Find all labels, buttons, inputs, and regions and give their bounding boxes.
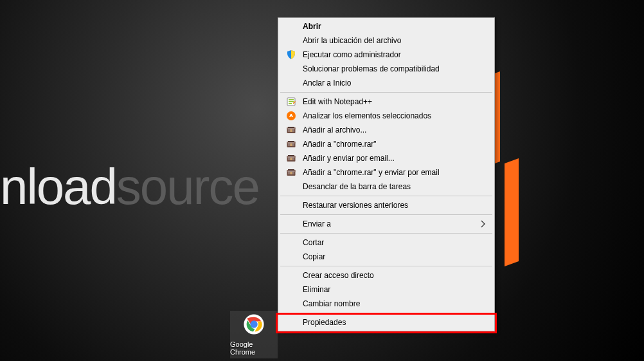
menu-item-label: Añadir y enviar por email... <box>303 154 395 163</box>
menu-item-label: Copiar <box>303 252 325 261</box>
winrar-icon <box>285 167 297 178</box>
decorative-bar <box>505 158 519 266</box>
menu-item[interactable]: Ejecutar como administrador <box>279 48 494 62</box>
menu-item-label: Añadir al archivo... <box>303 125 366 134</box>
menu-item-label: Ejecutar como administrador <box>303 50 401 59</box>
wallpaper-text: nloadsource <box>0 158 259 216</box>
chrome-icon <box>243 313 265 338</box>
notepad-icon <box>285 96 297 107</box>
context-menu: AbrirAbrir la ubicación del archivo Ejec… <box>278 17 495 331</box>
menu-item-label: Abrir <box>303 22 321 31</box>
menu-item[interactable]: Enviar a <box>279 217 494 231</box>
menu-item[interactable]: Eliminar <box>279 282 494 297</box>
menu-separator <box>280 214 492 215</box>
menu-separator <box>280 92 492 93</box>
menu-item[interactable]: Edit with Notepad++ <box>279 95 494 109</box>
svg-rect-7 <box>288 127 294 128</box>
menu-item-label: Añadir a "chrome.rar" <box>303 140 377 149</box>
menu-separator <box>280 266 492 266</box>
menu-item-label: Desanclar de la barra de tareas <box>303 182 411 191</box>
menu-item-label: Solucionar problemas de compatibilidad <box>303 64 440 73</box>
menu-item-label: Crear acceso directo <box>303 271 374 280</box>
menu-item[interactable]: Añadir al archivo... <box>279 123 494 137</box>
menu-item[interactable]: Añadir a "chrome.rar" y enviar por email <box>279 165 494 180</box>
winrar-icon <box>285 124 297 136</box>
svg-rect-12 <box>291 143 292 146</box>
svg-rect-11 <box>288 141 294 142</box>
menu-item[interactable]: Desanclar de la barra de tareas <box>279 180 494 194</box>
menu-item-label: Restaurar versiones anteriores <box>303 201 408 210</box>
menu-item[interactable]: Cambiar nombre <box>279 297 494 311</box>
svg-rect-16 <box>291 158 292 160</box>
menu-item-label: Cambiar nombre <box>303 299 360 308</box>
svg-rect-20 <box>291 172 292 174</box>
menu-item[interactable]: Anclar a Inicio <box>279 76 494 90</box>
svg-rect-8 <box>291 129 292 132</box>
winrar-icon <box>285 138 297 150</box>
menu-item-label: Edit with Notepad++ <box>303 97 372 106</box>
menu-item[interactable]: Añadir a "chrome.rar" <box>279 137 494 151</box>
desktop[interactable]: nloadsource Google Chrome AbrirAbrir la … <box>0 0 644 361</box>
menu-separator <box>280 196 492 196</box>
menu-item-label: Eliminar <box>303 285 330 294</box>
wallpaper-text-part2: source <box>116 158 259 215</box>
chevron-right-icon <box>481 220 486 228</box>
menu-separator <box>280 233 492 234</box>
menu-separator <box>280 313 492 313</box>
taskbar-icon-label: Google Chrome <box>230 340 278 356</box>
menu-item-label: Abrir la ubicación del archivo <box>303 36 401 45</box>
menu-item[interactable]: Crear acceso directo <box>279 268 494 282</box>
avast-icon <box>285 110 297 122</box>
menu-item-label: Añadir a "chrome.rar" y enviar por email <box>303 168 440 177</box>
menu-item[interactable]: Propiedades <box>279 315 494 329</box>
menu-item-label: Cortar <box>303 238 324 247</box>
menu-item[interactable]: Solucionar problemas de compatibilidad <box>279 62 494 76</box>
winrar-icon <box>285 153 297 164</box>
menu-item-label: Analizar los elementos seleccionados <box>303 111 431 120</box>
menu-item[interactable]: Abrir la ubicación del archivo <box>279 33 494 48</box>
menu-item[interactable]: Copiar <box>279 250 494 264</box>
shield-icon <box>285 49 297 60</box>
menu-item[interactable]: Abrir <box>279 19 494 33</box>
svg-rect-19 <box>288 169 294 171</box>
menu-item[interactable]: Cortar <box>279 236 494 250</box>
menu-item[interactable]: Analizar los elementos seleccionados <box>279 109 494 123</box>
menu-item[interactable]: Restaurar versiones anteriores <box>279 198 494 212</box>
wallpaper-text-part1: nload <box>0 158 116 215</box>
menu-item-label: Propiedades <box>303 318 346 327</box>
svg-rect-15 <box>288 155 294 156</box>
taskbar-icon-chrome[interactable]: Google Chrome <box>230 311 278 358</box>
menu-item-label: Enviar a <box>303 219 331 228</box>
menu-item-label: Anclar a Inicio <box>303 79 351 88</box>
menu-item[interactable]: Añadir y enviar por email... <box>279 151 494 165</box>
